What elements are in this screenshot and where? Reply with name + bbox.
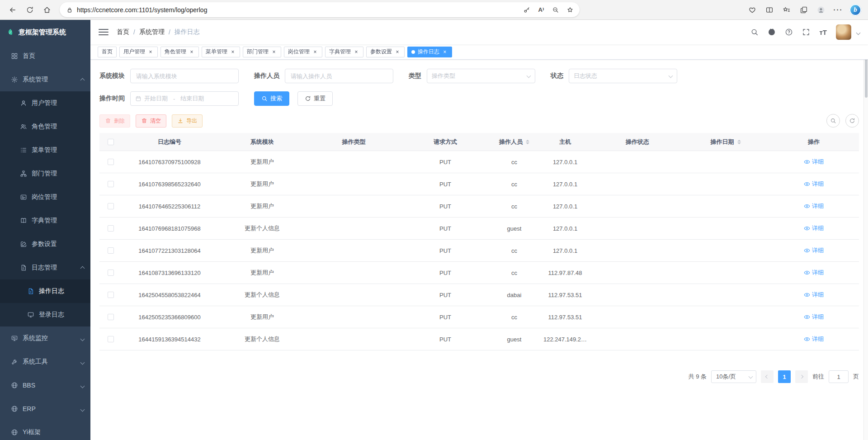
tab-close-icon[interactable] [353,49,359,55]
help-icon[interactable] [785,28,793,36]
toggle-search-button[interactable] [826,114,840,128]
detail-link[interactable]: 详细 [804,224,824,232]
detail-link[interactable]: 详细 [804,313,824,321]
sidebar-item-log-mgmt[interactable]: 日志管理 [0,256,90,279]
view-tab[interactable]: 用户管理 [119,47,158,57]
sidebar-item-erp[interactable]: ERP [0,397,90,421]
sidebar-item-post-mgmt[interactable]: 岗位管理 [0,185,90,209]
type-select[interactable]: 操作类型 [427,69,535,83]
sidebar-item-sys-monitor[interactable]: 系统监控 [0,326,90,350]
operator-input[interactable] [285,69,393,83]
browser-back-button[interactable] [5,2,21,18]
tab-close-icon[interactable] [147,49,154,55]
clear-button[interactable]: 清空 [136,114,166,128]
sidebar-item-dict-mgmt[interactable]: 字典管理 [0,209,90,232]
next-page-button[interactable] [795,370,808,383]
sidebar-item-yi-framework[interactable]: Yi框架 [0,421,90,440]
row-checkbox[interactable] [108,314,114,320]
tab-close-icon[interactable] [271,49,277,55]
select-all-checkbox[interactable] [108,139,114,145]
sidebar-toggle-icon[interactable] [99,29,108,35]
copilot-icon[interactable] [847,2,863,18]
date-range-picker[interactable]: 开始日期 - 结束日期 [130,91,239,106]
sidebar-item-system-mgmt[interactable]: 系统管理 [0,68,90,91]
prev-page-button[interactable] [761,370,774,383]
detail-link[interactable]: 详细 [804,291,824,299]
page-button-1[interactable]: 1 [778,370,791,383]
reset-button[interactable]: 重置 [297,91,333,106]
tab-close-icon[interactable] [394,49,401,55]
password-key-icon[interactable] [520,4,533,16]
sort-caret-icon[interactable] [526,138,529,146]
sidebar-item-user-mgmt[interactable]: 用户管理 [0,91,90,115]
sidebar-item-param-settings[interactable]: 参数设置 [0,232,90,256]
goto-page-input[interactable] [829,370,849,383]
tab-close-icon[interactable] [189,49,195,55]
detail-link[interactable]: 详细 [804,269,824,277]
sidebar-item-sys-tools[interactable]: 系统工具 [0,350,90,374]
user-avatar[interactable] [836,24,851,40]
module-input[interactable] [130,69,239,83]
favorites-icon[interactable] [778,2,795,18]
split-screen-icon[interactable] [761,2,778,18]
view-tab[interactable]: 字典管理 [325,47,363,57]
sidebar-item-bbs[interactable]: BBS [0,374,90,397]
font-size-icon[interactable] [819,28,827,36]
refresh-table-button[interactable] [845,114,859,128]
breadcrumb-system-mgmt[interactable]: 系统管理 [139,28,165,36]
delete-button[interactable]: 删除 [99,114,130,128]
zoom-icon[interactable] [549,4,562,16]
view-tab[interactable]: 首页 [98,47,117,57]
detail-link[interactable]: 详细 [804,335,824,343]
row-checkbox[interactable] [108,181,114,187]
row-checkbox[interactable] [108,292,114,298]
view-tab[interactable]: 角色管理 [160,47,199,57]
row-checkbox[interactable] [108,270,114,276]
row-checkbox[interactable] [108,203,114,209]
sidebar-item-oper-log[interactable]: 操作日志 [0,279,90,303]
search-button[interactable]: 搜索 [254,91,289,106]
tab-close-icon[interactable] [442,49,448,55]
chevron-down-icon[interactable] [857,28,860,36]
view-tab[interactable]: 岗位管理 [284,47,322,57]
detail-link[interactable]: 详细 [804,246,824,255]
header-search-icon[interactable] [750,28,759,36]
fullscreen-icon[interactable] [802,28,810,36]
row-checkbox[interactable] [108,336,114,342]
browser-refresh-button[interactable] [22,2,38,18]
row-checkbox[interactable] [108,247,114,254]
detail-link[interactable]: 详细 [804,180,824,188]
tab-close-icon[interactable] [312,49,318,55]
collections-icon[interactable] [796,2,812,18]
page-size-select[interactable]: 10条/页 [711,370,756,383]
view-tab[interactable]: 菜单管理 [202,47,240,57]
detail-link[interactable]: 详细 [804,158,824,166]
sort-caret-icon[interactable] [737,138,741,146]
browser-more-icon[interactable] [830,2,846,18]
row-checkbox[interactable] [108,225,114,232]
view-tab[interactable]: 部门管理 [243,47,281,57]
browser-home-button[interactable] [39,2,55,18]
sidebar-item-menu-mgmt[interactable]: 菜单管理 [0,138,90,162]
breadcrumb-home[interactable]: 首页 [117,28,129,36]
status-select[interactable]: 日志状态 [569,69,677,83]
browser-essentials-icon[interactable] [744,2,760,18]
col-operator[interactable]: 操作人员 [491,138,538,146]
view-tab[interactable]: 操作日志 [407,47,452,57]
page-scrollbar[interactable] [863,20,868,440]
view-tab[interactable]: 参数设置 [366,47,405,57]
col-date[interactable]: 操作日期 [683,138,769,146]
sidebar-item-login-log[interactable]: 登录日志 [0,303,90,326]
sidebar-item-home[interactable]: 首页 [0,44,90,68]
tab-close-icon[interactable] [230,49,236,55]
add-favorite-star-icon[interactable] [563,4,577,16]
sidebar-item-role-mgmt[interactable]: 角色管理 [0,115,90,138]
sidebar-item-dept-mgmt[interactable]: 部门管理 [0,162,90,185]
read-aloud-icon[interactable] [534,4,548,16]
export-button[interactable]: 导出 [172,114,203,128]
browser-profile-icon[interactable] [813,2,829,18]
row-checkbox[interactable] [108,159,114,165]
detail-link[interactable]: 详细 [804,202,824,210]
url-bar[interactable]: https://ccnetcore.com:1101/system/log/op… [60,2,580,17]
github-icon[interactable] [768,28,776,36]
